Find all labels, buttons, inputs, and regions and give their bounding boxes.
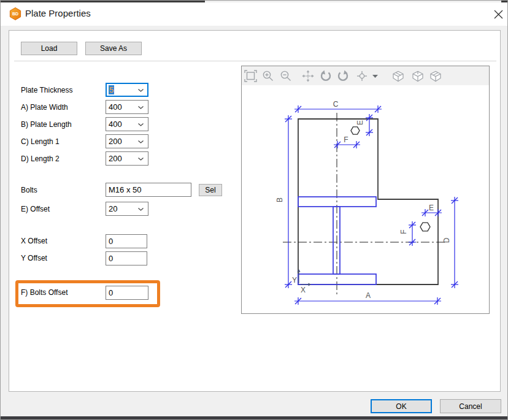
cancel-button[interactable]: Cancel bbox=[440, 399, 501, 413]
zoom-in-icon bbox=[262, 70, 274, 82]
iso-view-1-button[interactable] bbox=[391, 69, 405, 83]
bolt-hexagons bbox=[351, 127, 430, 231]
dim-label-f-top: F bbox=[344, 136, 348, 144]
pan-icon bbox=[302, 70, 314, 82]
e-offset-value: 20 bbox=[109, 204, 117, 213]
plate-length-value: 400 bbox=[109, 120, 122, 129]
separator bbox=[14, 61, 496, 61]
caret-down-icon bbox=[372, 75, 378, 78]
length1-value: 200 bbox=[109, 137, 122, 146]
zoom-in-button[interactable] bbox=[261, 69, 275, 83]
plate-thickness-combo[interactable]: 5 bbox=[106, 83, 148, 97]
f-bolts-offset-label: F) Bolts Offset bbox=[21, 288, 67, 297]
load-button[interactable]: Load bbox=[21, 42, 77, 55]
length1-combo[interactable]: 200 bbox=[106, 134, 148, 148]
page-title: Plate Properties bbox=[25, 8, 91, 18]
rotate-ccw-icon bbox=[320, 70, 332, 82]
x-offset-field[interactable] bbox=[106, 234, 147, 248]
preview-toolbar bbox=[242, 66, 489, 85]
chevron-down-icon bbox=[138, 89, 144, 92]
center-target-button[interactable] bbox=[355, 69, 369, 83]
plate-drawing: C B A D E F E F Y X bbox=[242, 85, 489, 313]
content-panel: Load Save As Plate Thickness 5 A) Plate … bbox=[9, 30, 501, 392]
zoom-out-button[interactable] bbox=[279, 69, 293, 83]
bolts-label: Bolts bbox=[21, 186, 37, 194]
iso-block-icon bbox=[392, 71, 404, 82]
x-offset-label: X Offset bbox=[21, 237, 47, 245]
e-offset-combo[interactable]: 20 bbox=[106, 202, 148, 216]
rotate-ccw-button[interactable] bbox=[319, 69, 333, 83]
zoom-extents-button[interactable] bbox=[244, 69, 257, 83]
close-button[interactable] bbox=[490, 6, 506, 22]
dimension-labels: C B A D E F E F Y X bbox=[275, 100, 451, 300]
rotate-cw-button[interactable] bbox=[336, 69, 350, 83]
plate-thickness-value: 5 bbox=[109, 85, 114, 94]
ok-button[interactable]: OK bbox=[371, 399, 432, 413]
plate-thickness-label: Plate Thickness bbox=[21, 86, 73, 94]
plate-width-combo[interactable]: 400 bbox=[106, 100, 148, 114]
zoom-out-icon bbox=[280, 70, 292, 82]
zoom-extents-icon bbox=[244, 70, 257, 82]
length2-label: D) Length 2 bbox=[21, 155, 60, 163]
f-bolts-offset-field[interactable] bbox=[106, 286, 148, 300]
dim-label-e-top: E bbox=[356, 120, 364, 125]
save-as-button[interactable]: Save As bbox=[85, 42, 142, 55]
app-logo-text: BD bbox=[9, 7, 21, 20]
titlebar: BD Plate Properties bbox=[1, 2, 508, 26]
chevron-down-icon bbox=[138, 140, 144, 143]
bolts-field[interactable] bbox=[106, 183, 191, 197]
plate-properties-dialog: BD Plate Properties Load Save As Plate T… bbox=[0, 0, 508, 420]
axis-label-x: X bbox=[301, 286, 306, 294]
length2-combo[interactable]: 200 bbox=[106, 151, 148, 166]
plate-outline bbox=[298, 119, 438, 284]
dim-label-a: A bbox=[366, 291, 371, 300]
dim-label-e-right: E bbox=[429, 204, 434, 212]
plate-length-combo[interactable]: 400 bbox=[106, 117, 148, 131]
y-offset-label: Y Offset bbox=[21, 254, 47, 262]
pan-button[interactable] bbox=[301, 69, 315, 83]
iso-block-icon bbox=[412, 71, 424, 82]
e-offset-label: E) Offset bbox=[21, 205, 50, 213]
bolt-select-button[interactable]: Sel bbox=[199, 184, 222, 196]
chevron-down-icon bbox=[138, 123, 144, 126]
length1-label: C) Length 1 bbox=[21, 137, 60, 146]
close-icon bbox=[494, 10, 503, 19]
iso-view-3-button[interactable] bbox=[429, 69, 442, 83]
y-offset-field[interactable] bbox=[106, 251, 147, 265]
target-icon bbox=[356, 70, 368, 82]
plate-width-value: 400 bbox=[109, 102, 122, 112]
origin-axes bbox=[299, 271, 309, 284]
origin-axis-arrowheads bbox=[297, 269, 311, 286]
chevron-down-icon bbox=[138, 158, 144, 161]
chevron-down-icon bbox=[138, 208, 144, 211]
plate-width-label: A) Plate Width bbox=[21, 103, 68, 112]
centerlines bbox=[283, 113, 445, 294]
dim-label-c: C bbox=[333, 100, 339, 109]
dim-label-d: D bbox=[442, 237, 451, 243]
plate-length-label: B) Plate Length bbox=[21, 120, 72, 129]
axis-label-y: Y bbox=[292, 276, 297, 284]
drawing-preview-panel: C B A D E F E F Y X bbox=[241, 66, 490, 314]
dim-label-f-right: F bbox=[399, 229, 408, 234]
iso-block-icon bbox=[429, 71, 442, 82]
length2-value: 200 bbox=[109, 154, 122, 163]
chevron-down-icon bbox=[138, 106, 144, 109]
iso-view-2-button[interactable] bbox=[411, 69, 425, 83]
target-dropdown-button[interactable] bbox=[371, 69, 379, 83]
dim-label-b: B bbox=[275, 197, 284, 202]
background-window-bottom-edge bbox=[1, 416, 508, 420]
rotate-cw-icon bbox=[337, 70, 349, 82]
